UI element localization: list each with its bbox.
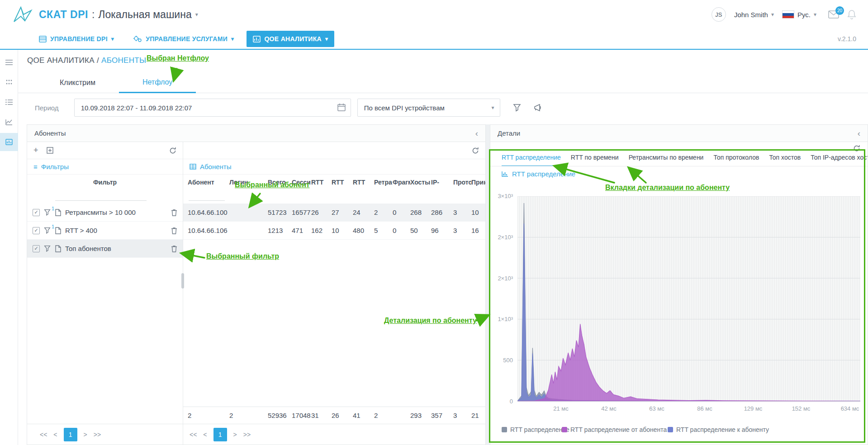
dpi-device-value: По всем DPI устройствам [364, 104, 445, 112]
rail-item-list[interactable] [0, 93, 18, 111]
y-axis-tick: 1×10³ [490, 316, 513, 322]
filter-name[interactable]: RTT > 400 [65, 227, 167, 234]
chevron-down-icon[interactable]: ▾ [195, 12, 198, 17]
filter-name[interactable]: Ретрансмиты > 10 000 [65, 208, 167, 216]
add-filter-button[interactable]: + [33, 146, 38, 155]
page-last-button[interactable]: >> [243, 431, 251, 438]
page-prev-button[interactable]: < [53, 431, 57, 438]
breadcrumb-section[interactable]: QOE АНАЛИТИКА [27, 56, 95, 65]
filter-condition-icon[interactable]: 1 [44, 209, 51, 216]
mail-button[interactable]: 20 [828, 10, 839, 19]
subscriber-search-input[interactable] [183, 190, 485, 204]
page-prev-button[interactable]: < [203, 431, 207, 438]
filter-row-retransmits[interactable]: ✓ 1 Ретрансмиты > 10 000 [27, 204, 183, 222]
refresh-filters-button[interactable] [169, 147, 176, 154]
document-icon[interactable] [55, 245, 61, 252]
period-input[interactable] [74, 99, 351, 117]
trash-icon[interactable] [171, 245, 177, 252]
subscribers-table-header[interactable]: АбонентЛогинВсегоСессиRTTRTTRTTРетраФраг… [183, 175, 485, 190]
trash-icon[interactable] [171, 209, 177, 216]
rail-item-linechart[interactable] [0, 113, 18, 131]
x-axis-tick: 129 мс [740, 405, 767, 412]
flag-ru-icon [782, 10, 794, 19]
subscribers-panel-title: Абоненты [34, 129, 66, 137]
calendar-icon[interactable] [337, 103, 346, 111]
chart-icon [502, 171, 508, 177]
table-row[interactable]: 10.64.66.100517231657726272420268286310 [183, 204, 485, 222]
filter-row-rtt[interactable]: ✓ 1 RTT > 400 [27, 222, 183, 240]
trash-icon[interactable] [171, 227, 177, 234]
gears-icon [133, 35, 142, 43]
column-resize-handle[interactable] [181, 273, 184, 289]
y-axis-tick: 500 [490, 357, 513, 364]
tab-top-protocols[interactable]: Топ протоколов [713, 154, 759, 166]
subscribers-table-title: Абоненты [200, 163, 232, 170]
x-axis-tick: 63 мс [643, 405, 670, 412]
breadcrumb-separator: / [97, 56, 99, 65]
filter-condition-icon[interactable]: 1 [44, 227, 51, 234]
filter-name[interactable]: Топ абонентов [65, 245, 167, 252]
page-last-button[interactable]: >> [94, 431, 101, 438]
hamburger-icon [5, 60, 13, 65]
chevron-down-icon: ▾ [231, 36, 234, 42]
page-next-button[interactable]: > [84, 431, 87, 438]
y-axis-tick: 0 [490, 398, 513, 405]
nav-label: QOE АНАЛИТИКА [264, 35, 322, 43]
filter-funnel-button[interactable] [513, 104, 521, 112]
dpi-device-select[interactable]: По всем DPI устройствам ▾ [357, 99, 500, 117]
x-axis-tick: 21 мс [547, 405, 574, 412]
language-menu[interactable]: Рус. ▾ [782, 10, 816, 19]
rail-item-grid[interactable] [0, 73, 18, 91]
user-menu[interactable]: John Smith ▾ [734, 11, 774, 19]
bell-icon [847, 9, 856, 19]
collapse-left-icon[interactable]: ‹ [858, 129, 860, 137]
page-first-button[interactable]: << [190, 431, 197, 438]
table-row[interactable]: 10.64.66.106121347116210480505096316 [183, 222, 485, 240]
nav-qoe-analytics[interactable]: QOE АНАЛИТИКА ▾ [247, 31, 334, 47]
rail-item-qoe-active[interactable] [0, 133, 18, 151]
add-group-button[interactable] [47, 147, 53, 154]
document-icon[interactable] [55, 209, 61, 216]
filter-search-input[interactable] [27, 190, 183, 204]
tab-rtt-over-time[interactable]: RTT по времени [571, 154, 619, 166]
filters-column-header[interactable]: Фильтр [27, 175, 183, 190]
filters-pagination: << < 1 > >> [27, 424, 183, 445]
table-totals-row: 2252936170483126412293357321 [183, 407, 485, 424]
filter-condition-icon[interactable] [44, 245, 51, 252]
nav-dpi-management[interactable]: УПРАВЛЕНИЕ DPI ▾ [33, 31, 120, 47]
funnel-icon [44, 227, 51, 234]
app-title: СКАТ DPI : Локальная машина ▾ [39, 9, 198, 21]
collapse-left-icon[interactable]: ‹ [475, 129, 478, 137]
machine-name[interactable]: Локальная машина [98, 9, 191, 21]
page-next-button[interactable]: > [233, 431, 237, 438]
tab-rtt-distribution[interactable]: RTT распределение [502, 154, 561, 166]
page-current[interactable]: 1 [64, 428, 77, 441]
tab-retransmits-over-time[interactable]: Ретрансмиты по времени [629, 154, 704, 166]
y-axis-tick: 2×10³ [490, 275, 513, 282]
checkbox-checked-icon[interactable]: ✓ [33, 227, 40, 234]
app-version: v.2.1.0 [838, 35, 856, 43]
grid-dots-icon [6, 80, 12, 85]
document-icon[interactable] [55, 227, 61, 234]
refresh-table-button[interactable] [472, 147, 479, 154]
menu-toggle-button[interactable] [0, 53, 18, 71]
checkbox-checked-icon[interactable]: ✓ [33, 245, 40, 252]
funnel-icon [44, 209, 51, 216]
announce-button[interactable] [534, 104, 544, 112]
icon-rail [0, 50, 18, 445]
tab-clickstream[interactable]: Кликстрим [36, 72, 119, 93]
page-first-button[interactable]: << [40, 431, 47, 438]
checkbox-checked-icon[interactable]: ✓ [33, 209, 40, 216]
tab-top-host-ips[interactable]: Топ IP-адресов хостов [811, 154, 868, 166]
filter-row-top-subscribers[interactable]: ✓ Топ абонентов [27, 240, 183, 258]
page-current[interactable]: 1 [213, 428, 227, 441]
rtt-distribution-chart[interactable] [517, 196, 860, 402]
tab-top-hosts[interactable]: Топ хостов [769, 154, 801, 166]
mail-badge: 20 [835, 6, 844, 15]
panels: Абоненты ‹ + [27, 124, 868, 445]
notifications-button[interactable] [847, 9, 856, 19]
tab-netflow[interactable]: Нетфлоу [119, 72, 196, 93]
refresh-details-button[interactable] [853, 145, 860, 152]
filter-bar: Период По всем DPI устройствам ▾ [18, 93, 868, 122]
nav-services-management[interactable]: УПРАВЛЕНИЕ УСЛУГАМИ ▾ [127, 31, 240, 47]
